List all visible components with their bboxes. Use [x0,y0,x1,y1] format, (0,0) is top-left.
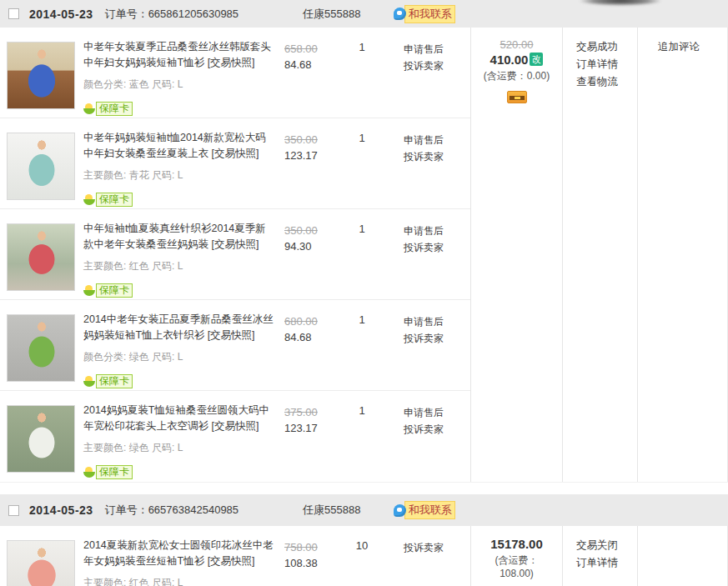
price-modified-badge: 改 [530,53,543,66]
guarantee-label: 保障卡 [96,283,133,298]
product-attributes: 主要颜色: 绿色 尺码: L [83,441,275,455]
item-actions: 申请售后 投诉卖家 [404,132,444,165]
guarantee-card-badge[interactable]: 保障卡 [83,465,133,479]
order-total-column: 520.00 410.00改 (含运费：0.00) [471,28,563,482]
contact-seller-button[interactable]: 和我联系 [394,501,455,519]
product-attributes: 主要颜色: 红色 尺码: L [83,259,275,273]
price-box: 350.00 123.17 [284,132,318,163]
bank-card-icon [507,91,527,103]
guarantee-icon [83,376,95,388]
guarantee-card-badge[interactable]: 保障卡 [83,102,133,116]
product-attributes: 主要颜色: 红色 尺码: L [83,576,275,586]
quantity: 1 [347,41,377,53]
apply-aftersale-link[interactable]: 申请售后 [404,223,444,239]
product-attributes: 主要颜色: 青花 尺码: L [83,168,275,183]
wangwang-icon [394,504,406,517]
contact-seller-label: 和我联系 [404,501,455,519]
append-review-link[interactable]: 追加评论 [658,38,727,56]
order-status-text: 交易关闭 [576,537,637,554]
report-seller-link[interactable]: 投诉卖家 [404,330,444,347]
item-row: 中年短袖t恤夏装真丝针织衫2014夏季新款中老年女装桑蚕丝妈妈装 [交易快照] … [0,209,470,300]
order-extra-column [638,526,728,586]
item-row: 2014夏装新款宽松女士圆领印花冰丝中老年女妈妈装蚕丝短袖T恤衫 [交易快照] … [0,526,470,586]
guarantee-card-badge[interactable]: 保障卡 [83,374,133,388]
apply-aftersale-link[interactable]: 申请售后 [404,313,444,330]
report-seller-link[interactable]: 投诉卖家 [404,539,444,556]
order-items-table: 2014夏装新款宽松女士圆领印花冰丝中老年女妈妈装蚕丝短袖T恤衫 [交易快照] … [0,526,728,586]
item-row: 2014妈妈夏装T恤短袖桑蚕丝圆领大码中年宽松印花套头上衣空调衫 [交易快照] … [0,391,470,482]
order-header: 2014-05-23 订单号：665763842540985 任康555888 … [0,494,728,526]
price-current: 123.17 [284,148,318,163]
contact-seller-label: 和我联系 [404,5,455,23]
product-title-link[interactable]: 2014妈妈夏装T恤短袖桑蚕丝圆领大码中年宽松印花套头上衣空调衫 [交易快照] [83,403,275,434]
product-thumbnail[interactable] [7,133,75,200]
snapshot-link[interactable]: [交易快照] [211,148,259,159]
product-thumbnail[interactable] [7,223,75,291]
apply-aftersale-link[interactable]: 申请售后 [404,41,444,58]
order-block-1: 2014-05-23 订单号：665861205630985 任康555888 … [0,0,728,483]
total-original: 520.00 [471,38,562,51]
order-total-column: 15178.00 (含运费：108.00) [471,526,563,586]
guarantee-label: 保障卡 [96,374,133,388]
contact-seller-button[interactable]: 和我联系 [394,5,455,23]
order-checkbox[interactable] [8,8,19,19]
price-box: 758.00 108.38 [284,539,318,571]
order-number-value: 665763842540985 [148,503,238,516]
seller-name[interactable]: 任康555888 [303,7,360,22]
report-seller-link[interactable]: 投诉卖家 [404,421,444,438]
item-actions: 申请售后 投诉卖家 [404,404,444,438]
guarantee-icon [83,467,95,478]
product-thumbnail[interactable] [7,42,75,109]
product-thumbnail[interactable] [7,540,75,586]
order-block-2: 2014-05-23 订单号：665763842540985 任康555888 … [0,494,728,586]
price-original: 375.00 [284,404,318,420]
product-title-link[interactable]: 中老年女装夏季正品桑蚕丝冰丝韩版套头中年妇女妈妈装短袖T恤衫 [交易快照] [83,39,275,71]
guarantee-card-badge[interactable]: 保障卡 [83,193,133,207]
product-thumbnail[interactable] [7,405,75,473]
snapshot-link[interactable]: [交易快照] [208,57,255,68]
order-number-label: 订单号： [105,8,148,20]
order-status-text: 交易成功 [576,38,637,56]
guarantee-card-badge[interactable]: 保障卡 [83,283,133,298]
shipping-fee: (含运费：108.00) [487,553,547,579]
order-detail-link[interactable]: 订单详情 [576,56,637,73]
order-status-column: 交易关闭 订单详情 [563,526,638,586]
apply-aftersale-link[interactable]: 申请售后 [404,132,444,148]
product-attributes: 颜色分类: 绿色 尺码: L [83,350,275,364]
product-title-link[interactable]: 中年短袖t恤夏装真丝针织衫2014夏季新款中老年女装桑蚕丝妈妈装 [交易快照] [83,221,275,253]
price-box: 680.00 84.68 [284,313,318,345]
snapshot-link[interactable]: [交易快照] [208,555,255,567]
price-current: 94.30 [284,238,318,254]
price-original: 350.00 [284,223,318,238]
total-amount: 15178.00 [471,537,562,551]
order-detail-link[interactable]: 订单详情 [576,554,637,572]
snapshot-link[interactable]: [交易快照] [211,420,259,432]
items-column: 中老年女装夏季正品桑蚕丝冰丝韩版套头中年妇女妈妈装短袖T恤衫 [交易快照] 颜色… [0,28,471,482]
price-current: 84.68 [284,57,318,73]
quantity: 1 [347,223,377,235]
product-thumbnail[interactable] [7,314,75,382]
snapshot-link[interactable]: [交易快照] [208,329,255,341]
price-current: 84.68 [284,329,318,345]
seller-name[interactable]: 任康555888 [303,503,360,518]
guarantee-icon [83,285,95,297]
guarantee-icon [83,103,95,115]
apply-aftersale-link[interactable]: 申请售后 [404,404,444,421]
price-current: 108.38 [284,555,318,571]
view-logistics-link[interactable]: 查看物流 [576,73,637,91]
product-title-link[interactable]: 中老年妈妈装短袖t恤2014新款宽松大码中年妇女装桑蚕丝夏装上衣 [交易快照] [83,130,275,162]
report-seller-link[interactable]: 投诉卖家 [404,148,444,165]
quantity: 1 [347,404,377,417]
guarantee-label: 保障卡 [96,102,133,116]
order-number: 订单号：665763842540985 [105,503,238,518]
report-seller-link[interactable]: 投诉卖家 [404,239,444,256]
product-title-link[interactable]: 2014中老年女装正品夏季新品桑蚕丝冰丝妈妈装短袖T恤上衣针织衫 [交易快照] [83,312,275,343]
order-checkbox[interactable] [8,505,19,516]
guarantee-label: 保障卡 [96,465,133,479]
product-info: 中老年妈妈装短袖t恤2014新款宽松大码中年妇女装桑蚕丝夏装上衣 [交易快照] … [83,130,275,208]
snapshot-link[interactable]: [交易快照] [211,238,259,250]
price-original: 350.00 [284,132,318,148]
report-seller-link[interactable]: 投诉卖家 [404,58,444,74]
product-title-link[interactable]: 2014夏装新款宽松女士圆领印花冰丝中老年女妈妈装蚕丝短袖T恤衫 [交易快照] [83,538,275,569]
quantity: 10 [347,539,377,552]
